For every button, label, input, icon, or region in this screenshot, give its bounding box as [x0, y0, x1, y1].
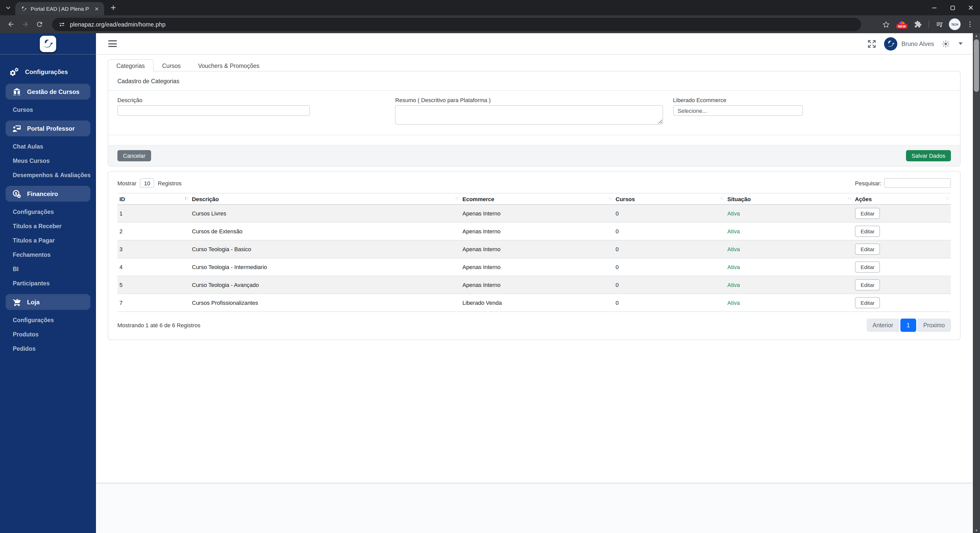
status-badge: Ativa [727, 210, 740, 216]
table-row: 3 Curso Teologia - Basico Apenas Interno… [118, 240, 951, 258]
scrollbar-up-arrow[interactable]: ▲ [973, 33, 980, 38]
address-bar[interactable]: plenapaz.org/ead/eadmin/home.php [52, 18, 861, 31]
pagination-prev-button[interactable]: Anterior [866, 318, 899, 332]
resumo-textarea[interactable] [395, 105, 663, 124]
content-wrapper: Categorias Cursos Vouchers & Promoções C… [96, 55, 973, 482]
edit-button[interactable]: Editar [855, 279, 880, 291]
table-card: Mostrar 10 Registros Pesquisar: ID↑↓ [108, 171, 961, 340]
sidebar-item-portal-professor[interactable]: Portal Professor [6, 121, 90, 136]
edit-button[interactable]: Editar [855, 226, 880, 237]
page-scrollbar[interactable]: ▲ ▼ [973, 33, 980, 533]
table-controls: Mostrar 10 Registros Pesquisar: [118, 178, 951, 188]
tab-categorias[interactable]: Categorias [108, 59, 153, 72]
edit-button[interactable]: Editar [855, 297, 880, 309]
extensions-puzzle-icon[interactable] [912, 18, 924, 30]
save-button[interactable]: Salvar Dados [906, 150, 951, 161]
page: Configurações Gestão de Cursos Cursos Po… [0, 33, 980, 533]
reload-button[interactable] [33, 18, 46, 31]
sidebar-item-titulos-a-pagar[interactable]: Titulos a Pagar [0, 233, 96, 248]
search-area: Pesquisar: [855, 178, 951, 188]
sidebar-logo-area [0, 33, 96, 55]
form-card-title: Cadastro de Categorias [108, 72, 960, 91]
dove-favicon-icon [21, 5, 27, 12]
liberado-select[interactable]: Selecione... [673, 105, 803, 116]
pagination-page-1-button[interactable]: 1 [900, 318, 916, 332]
edit-button[interactable]: Editar [855, 208, 880, 219]
col-header-id[interactable]: ID↑↓ [118, 193, 190, 204]
playlist-icon[interactable] [934, 18, 946, 30]
categories-table: ID↑↓ Descrição↑↓ Ecommerce↑↓ Cursos↑↓ Si… [118, 193, 951, 312]
content-tabs: Categorias Cursos Vouchers & Promoções [108, 59, 961, 72]
scrollbar-down-arrow[interactable]: ▼ [973, 528, 980, 533]
table-footer: Mostrando 1 até 6 de 6 Registros Anterio… [118, 318, 951, 332]
tab-cursos[interactable]: Cursos [153, 59, 189, 72]
col-header-descricao[interactable]: Descrição↑↓ [190, 193, 460, 204]
page-size-select[interactable]: 10 [140, 178, 154, 188]
sidebar-item-chat-aulas[interactable]: Chat Aulas [0, 139, 96, 154]
theme-sun-icon[interactable] [941, 39, 950, 48]
edit-button[interactable]: Editar [855, 261, 880, 273]
window-close-button[interactable] [962, 0, 980, 15]
sort-icon: ↑↓ [945, 196, 949, 200]
sidebar-item-titulos-a-receber[interactable]: Titulos a Receber [0, 219, 96, 233]
app-logo[interactable] [40, 35, 56, 52]
sidebar-item-fechamentos[interactable]: Fechamentos [0, 248, 96, 262]
sort-icon: ↑↓ [720, 196, 723, 200]
browser-tab[interactable]: Portal EAD | AD Plena Paz [15, 2, 104, 15]
fullscreen-icon[interactable] [867, 38, 877, 49]
col-header-ecommerce[interactable]: Ecommerce↑↓ [460, 193, 614, 204]
browser-menu-icon[interactable] [964, 18, 976, 30]
field-resumo: Resumo ( Descritivo para Plataforma ) [395, 97, 673, 127]
sidebar-item-loja[interactable]: Loja [6, 294, 90, 310]
browser-toolbar: plenapaz.org/ead/eadmin/home.php NEW TEC… [0, 15, 980, 33]
user-menu[interactable]: Bruno Alves [884, 37, 934, 50]
sidebar-item-loja-configuracoes[interactable]: Configurações [0, 313, 96, 327]
chevron-down-icon[interactable] [959, 42, 963, 45]
sidebar-item-pedidos[interactable]: Pedidos [0, 342, 96, 356]
col-header-cursos[interactable]: Cursos↑↓ [614, 193, 725, 204]
tab-list-chevron-icon[interactable] [3, 3, 13, 13]
tab-close-icon[interactable] [93, 5, 100, 12]
col-header-acoes[interactable]: Ações↑↓ [853, 193, 951, 204]
sort-icon: ↑↓ [185, 196, 188, 200]
new-tab-button[interactable] [107, 2, 119, 14]
sidebar-item-financeiro[interactable]: Financeiro [6, 186, 90, 202]
cancel-button[interactable]: Cancelar [118, 150, 151, 161]
browser-tab-bar: Portal EAD | AD Plena Paz [0, 0, 980, 15]
tab-vouchers-promocoes[interactable]: Vouchers & Promoções [189, 59, 268, 72]
bookmark-star-icon[interactable] [880, 18, 892, 30]
site-settings-icon[interactable] [58, 21, 65, 28]
window-controls [925, 0, 980, 15]
search-label: Pesquisar: [855, 180, 881, 186]
app-header: Bruno Alves [96, 33, 973, 55]
search-input[interactable] [884, 178, 951, 188]
sidebar-item-gestao-de-cursos[interactable]: Gestão de Cursos [6, 84, 90, 100]
back-button[interactable] [4, 18, 18, 31]
sidebar-item-participantes[interactable]: Participantes [0, 276, 96, 291]
sidebar-item-desempenhos[interactable]: Desempenhos & Avaliações [0, 168, 96, 182]
col-header-situacao[interactable]: Situação↑↓ [725, 193, 853, 204]
pagination-next-button[interactable]: Proximo [917, 318, 951, 332]
form-card-body: Descrição Resumo ( Descritivo para Plata… [108, 91, 960, 135]
descricao-input[interactable] [118, 105, 310, 116]
sidebar-item-fin-configuracoes[interactable]: Configurações [0, 205, 96, 219]
toolbar-right-cluster: NEW TECH [880, 18, 976, 30]
field-descricao: Descrição [118, 97, 395, 127]
hamburger-menu-icon[interactable] [108, 40, 117, 47]
window-restore-button[interactable] [943, 0, 962, 15]
sidebar-item-configuracoes[interactable]: Configurações [0, 64, 96, 80]
window-minimize-button[interactable] [925, 0, 943, 15]
sidebar-item-label: Configurações [25, 68, 68, 76]
scrollbar-thumb[interactable] [974, 39, 979, 92]
liberado-label: Liberado Ecommerce [673, 97, 941, 103]
sidebar-item-produtos[interactable]: Produtos [0, 327, 96, 342]
finance-icon [12, 189, 21, 198]
edit-button[interactable]: Editar [855, 243, 880, 255]
sidebar-item-bi[interactable]: BI [0, 262, 96, 276]
extension-new-icon[interactable]: NEW [895, 20, 908, 28]
sidebar-item-meus-cursos[interactable]: Meus Cursos [0, 154, 96, 168]
toolbar-divider [928, 21, 929, 28]
sidebar-item-cursos[interactable]: Cursos [0, 103, 96, 117]
browser-profile-avatar[interactable]: TECH [949, 18, 961, 30]
forward-button[interactable] [18, 18, 32, 31]
